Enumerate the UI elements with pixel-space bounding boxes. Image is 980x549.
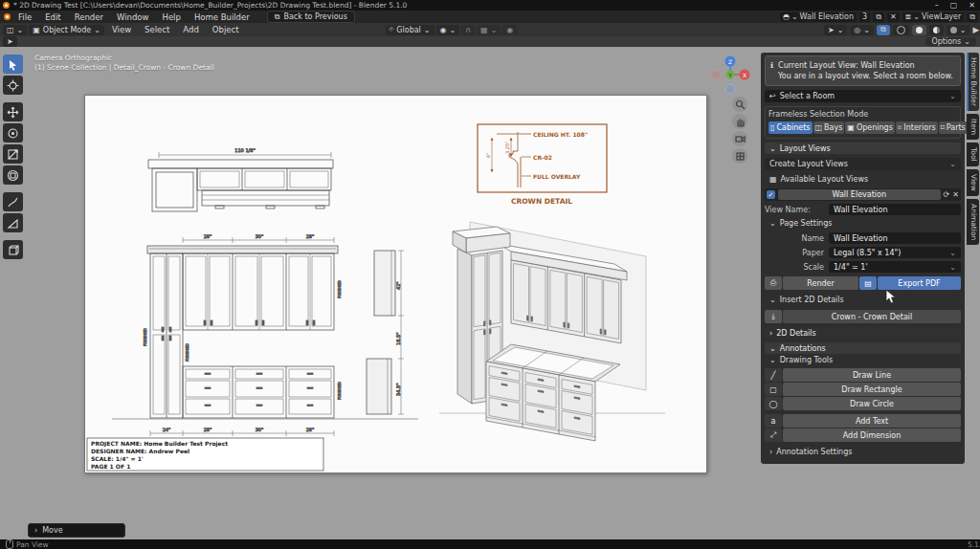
overlays-dropdown[interactable]: ◎⌄ — [850, 25, 874, 35]
create-layout-views-dropdown[interactable]: Create Layout Views ⌄ — [765, 158, 961, 170]
menu-render[interactable]: Render — [69, 12, 109, 22]
viewlayer-selector[interactable]: ≣⌄ ViewLayer — [902, 12, 965, 22]
selection-interiors-button[interactable]: ⌗Interiors — [896, 121, 938, 134]
gizmo-neg-z-axis[interactable] — [725, 84, 735, 94]
annotation-settings-header[interactable]: › Annotation Settings — [765, 446, 961, 458]
editor-type-dropdown[interactable]: ◫ ⌄ — [3, 25, 27, 35]
tool-transform[interactable] — [3, 165, 23, 185]
add-text-button[interactable]: Add Text — [783, 414, 961, 428]
scale-dropdown[interactable]: 1/4" = 1' ⌄ — [829, 261, 961, 273]
tool-measure[interactable] — [3, 213, 23, 232]
2d-details-panel-header[interactable]: › 2D Details — [765, 327, 961, 339]
play-icon[interactable]: ▶ — [972, 25, 979, 34]
menu-home-builder[interactable]: Home Builder — [189, 12, 256, 22]
selection-parts-button[interactable]: ⌑Parts — [939, 121, 968, 134]
drawing-tools-header[interactable]: ⌄ Drawing Tools — [765, 354, 961, 366]
gizmo-neg-x-axis[interactable] — [711, 70, 721, 79]
render-button[interactable]: Render — [783, 276, 858, 290]
tool-annotate[interactable] — [3, 192, 23, 211]
tool-scale[interactable] — [3, 144, 23, 164]
scene-selector[interactable]: ◓⌄ Wall Elevation — [780, 12, 857, 22]
draw-circle-button[interactable]: Draw Circle — [783, 397, 961, 410]
selection-openings-button[interactable]: ▣Openings — [845, 121, 894, 134]
tab-home-builder[interactable]: Home Builder — [967, 53, 979, 111]
axis-gizmo[interactable]: Z X Y — [708, 53, 752, 97]
download-icon[interactable]: ⤓ — [765, 310, 782, 323]
shading-material-icon[interactable] — [929, 25, 944, 35]
menu-edit[interactable]: Edit — [39, 12, 66, 22]
maximize-button[interactable]: ▢ — [950, 1, 958, 10]
menu-add[interactable]: Add — [177, 25, 204, 34]
3d-viewport[interactable]: Camera Orthographic (1) Scene Collection… — [0, 47, 980, 539]
tool-add-primitive[interactable] — [3, 240, 23, 259]
scene-users-count[interactable]: 3 — [859, 12, 870, 22]
tab-animation[interactable]: Animation — [967, 199, 979, 245]
view-enabled-checkbox[interactable]: ✓ — [767, 190, 775, 199]
refresh-icon[interactable]: ⟳ — [944, 190, 950, 199]
remove-view-icon[interactable]: ✕ — [952, 190, 959, 199]
select-room-dropdown[interactable]: ↩ Select a Room ⌄ — [765, 90, 961, 102]
caret-down-icon: ⌄ — [769, 219, 776, 228]
menu-object[interactable]: Object — [207, 25, 245, 34]
camera-view-icon[interactable] — [732, 131, 747, 146]
tool-move[interactable] — [3, 102, 23, 121]
selection-bays-button[interactable]: ◫Bays — [813, 121, 845, 134]
page-name-field[interactable]: Wall Elevation — [829, 232, 961, 244]
paper-dropdown[interactable]: Legal (8.5" x 14") ⌄ — [829, 247, 961, 258]
paper-label: Paper — [765, 249, 824, 257]
view-name-field[interactable]: Wall Elevation — [829, 204, 961, 215]
menu-select[interactable]: Select — [139, 25, 175, 34]
svg-text:Z: Z — [728, 58, 732, 65]
pivot-point-dropdown[interactable]: ◉⌄ — [436, 25, 460, 35]
menu-window[interactable]: Window — [111, 12, 155, 22]
mode-dropdown[interactable]: ▣ Object Mode ⌄ — [29, 25, 104, 35]
info-line1: Current Layout View: Wall Elevation — [778, 60, 953, 71]
tab-tool[interactable]: Tool — [967, 143, 979, 166]
insert-2d-details-header[interactable]: ⌄ Insert 2D Details — [765, 294, 961, 306]
tool-select-box[interactable] — [3, 55, 23, 74]
tool-cursor[interactable] — [3, 76, 23, 95]
back-to-previous-button[interactable]: ⧉ Back to Previous — [267, 11, 355, 23]
snap-magnet-icon[interactable]: ∩ — [461, 25, 475, 35]
zoom-icon[interactable] — [732, 97, 747, 112]
snap-settings-dropdown[interactable]: ▦⌄ — [477, 25, 501, 35]
shading-solid-icon[interactable] — [912, 25, 926, 35]
printer-icon[interactable]: ⎙ — [765, 276, 782, 290]
tab-item[interactable]: Item — [967, 114, 979, 140]
draw-line-button[interactable]: Draw Line — [783, 368, 961, 382]
add-dimension-button[interactable]: Add Dimension — [783, 428, 961, 442]
new-scene-icon[interactable]: ⧉ — [873, 12, 884, 22]
transform-orientation-dropdown[interactable]: ⌾ Global ⌄ — [386, 25, 434, 35]
tab-view[interactable]: View — [967, 169, 979, 196]
annotations-panel-header[interactable]: ⌄ Annotations — [765, 342, 961, 354]
pan-hand-icon[interactable] — [732, 114, 747, 129]
caret-down-icon: ⌄ — [769, 356, 776, 364]
options-dropdown[interactable]: Options ⌄ — [925, 37, 976, 46]
menu-view[interactable]: View — [106, 25, 137, 34]
page-settings-header[interactable]: ⌄ Page Settings — [765, 217, 961, 230]
close-button[interactable]: ✕ — [969, 1, 975, 10]
shading-wireframe-icon[interactable] — [893, 25, 909, 35]
move-operator-panel[interactable]: › Move — [28, 523, 125, 538]
layout-views-panel-header[interactable]: ⌄ Layout Views — [765, 143, 961, 154]
draw-rectangle-button[interactable]: Draw Rectangle — [783, 383, 961, 396]
layout-view-name[interactable]: Wall Elevation — [778, 189, 941, 200]
copy-viewlayer-icon[interactable]: ⧉ — [967, 12, 978, 22]
active-tool-icon[interactable]: ➤ — [3, 36, 17, 47]
selection-cabinets-button[interactable]: ▯Cabinets — [768, 121, 813, 134]
export-pdf-button[interactable]: Export PDF — [878, 276, 961, 290]
xray-toggle[interactable]: ⧉ — [877, 25, 890, 35]
delete-scene-icon[interactable]: ✕ — [887, 12, 900, 22]
menu-help[interactable]: Help — [156, 12, 186, 22]
blender-menu-icon[interactable] — [4, 13, 11, 20]
minimize-button[interactable]: – — [935, 1, 939, 10]
gizmo-dropdown[interactable]: ➤⌄ — [824, 25, 847, 35]
ortho-toggle-icon[interactable] — [732, 148, 747, 164]
proportional-editing-icon[interactable]: ◉ — [502, 25, 517, 35]
pdf-file-icon[interactable]: ▤ — [859, 276, 877, 290]
shading-rendered-dropdown[interactable]: ⌄ — [947, 25, 970, 35]
crown-detail-button[interactable]: Crown - Crown Detail — [783, 310, 961, 323]
layout-view-list-item[interactable]: ✓ Wall Elevation ⟳ ✕ — [765, 188, 961, 201]
tool-rotate[interactable] — [3, 123, 23, 143]
menu-file[interactable]: File — [12, 12, 37, 22]
